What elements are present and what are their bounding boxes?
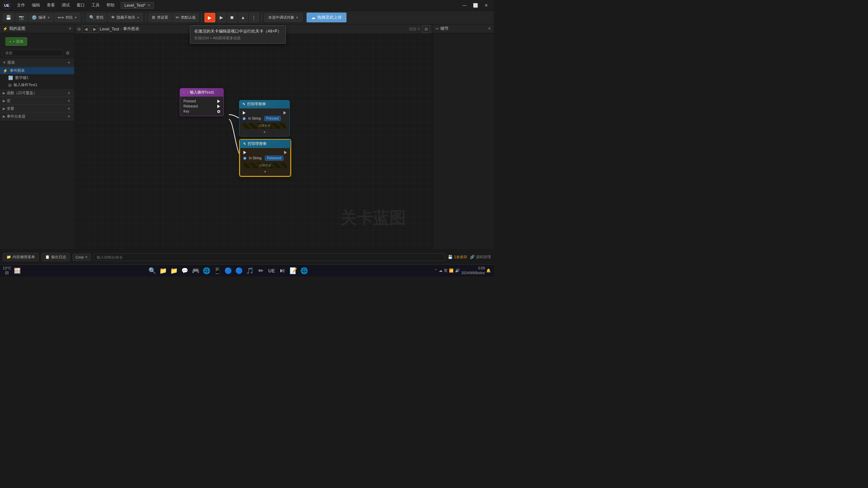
key-pin-dot[interactable] [217, 110, 220, 113]
menu-file[interactable]: 文件 [14, 1, 28, 9]
breadcrumb-graph[interactable]: 事件图表 [123, 26, 139, 32]
print2-string-in-pin[interactable] [243, 157, 246, 160]
event-graph-item[interactable]: ⚡ 事件图表 [0, 67, 74, 74]
taskbar-edge[interactable]: 🌐 [299, 266, 309, 276]
taskbar-edit[interactable]: ✏ [256, 266, 265, 276]
compare-button[interactable]: ⟺ 对比 ▼ [55, 13, 80, 22]
taskbar-word[interactable]: 📝 [289, 266, 298, 276]
taskbar-blue2[interactable]: 🔵 [234, 266, 244, 276]
play-button[interactable]: ▶ [204, 13, 215, 22]
input-action-item[interactable]: ◎ 输入操作Test1 [0, 81, 74, 88]
print1-string-badge[interactable]: Pressed [264, 116, 281, 121]
print1-expand-btn[interactable]: ▼ [243, 129, 286, 134]
menu-window[interactable]: 窗口 [73, 1, 88, 9]
class-default-button[interactable]: ✏ 类默认值 [173, 13, 199, 22]
print2-string-badge[interactable]: Released [265, 156, 283, 161]
taskbar-chevron-up[interactable]: ⌃ [434, 268, 437, 273]
search-input[interactable] [3, 49, 63, 56]
tab-close-button[interactable]: ✕ [147, 3, 150, 7]
dispatchers-add-button[interactable]: + [66, 114, 72, 119]
menu-help[interactable]: 帮助 [103, 1, 118, 9]
class-settings-button[interactable]: ⚙ 类设置 [149, 13, 171, 22]
save-button[interactable]: 💾 [3, 13, 14, 22]
find-toolbar-button[interactable]: 🔍 查找 [86, 13, 106, 22]
grid-button[interactable]: ⊞ [422, 25, 430, 33]
event-dispatchers-section-header[interactable]: ▶ 事件分发器 + [0, 113, 74, 120]
taskbar-browser[interactable]: 🌐 [202, 266, 211, 276]
taskbar-time[interactable]: 0:09 2024/9/8/Boline [461, 266, 485, 276]
level-tab[interactable]: Level_Test* ✕ [121, 2, 154, 9]
output-log-tab[interactable]: 📋 输出日志 [41, 253, 70, 261]
nav-back-button[interactable]: ◀ [82, 25, 90, 33]
cmd-input[interactable] [94, 253, 445, 261]
print1-exec-in-pin[interactable] [243, 111, 245, 115]
print1-body: In String Pressed 仅限开发 ▼ [239, 108, 290, 137]
taskbar-wechat[interactable]: 💬 [180, 266, 190, 276]
taskbar-folder[interactable]: 📁 [169, 266, 179, 276]
input-action-node[interactable]: ↑ ↑ 输入操作Test1 Pressed Released Key [180, 88, 224, 116]
taskbar-notification[interactable]: 🔔 [486, 268, 491, 273]
taskbar-search[interactable]: 🔍 [147, 266, 157, 276]
input-action-title: ↑ 输入操作Test1 [187, 90, 214, 95]
taskbar-phone[interactable]: 📱 [213, 266, 222, 276]
taskbar-ue[interactable]: UE [267, 266, 276, 276]
menu-edit[interactable]: 编辑 [28, 1, 43, 9]
my-blueprints-close[interactable]: ✕ [68, 26, 72, 31]
print1-exec-out-pin[interactable] [283, 111, 286, 115]
taskbar-language[interactable]: 英 [444, 268, 448, 273]
graphs-add-button[interactable]: + [66, 60, 72, 65]
stop-button[interactable]: ▲ [238, 13, 248, 22]
close-button[interactable]: ✕ [481, 1, 491, 9]
digit-key-item[interactable]: 🔢 数字键1 [0, 74, 74, 81]
functions-section-header[interactable]: ▶ 函数（21可覆盖） + [0, 89, 74, 97]
menu-view[interactable]: 查看 [43, 1, 58, 9]
print-string-node-1[interactable]: ✎ 打印字符串 In String Pressed 仅限开发 ▼ [239, 100, 290, 137]
taskbar-blue1[interactable]: 🔵 [223, 266, 233, 276]
macros-section-header[interactable]: ▶ 宏 + [0, 97, 74, 105]
taskbar-file-explorer[interactable]: 📁 [158, 266, 168, 276]
print-string-node-2[interactable]: ✎ 打印字符串 In String Released 仅限开发 [239, 139, 291, 177]
separator2 [145, 14, 146, 22]
print2-exec-out-pin[interactable] [284, 151, 287, 154]
print2-exec-in-pin[interactable] [243, 151, 246, 154]
add-button[interactable]: + + 添加 [5, 37, 27, 46]
debug-target-dropdown[interactable]: 未选中调试对象 ▼ [264, 13, 302, 22]
pressed-pin-dot[interactable] [217, 100, 220, 103]
functions-add-button[interactable]: + [66, 90, 72, 96]
save-indicator[interactable]: 💾 1未保存 [448, 255, 467, 260]
variables-add-button[interactable]: + [66, 106, 72, 111]
print2-expand-btn[interactable]: ▼ [243, 168, 287, 174]
minimize-button[interactable]: — [460, 1, 469, 9]
hide-irrelevant-button[interactable]: 👁 隐藏不相关 ▼ [108, 13, 143, 22]
search-settings-button[interactable]: ⚙ [64, 49, 72, 57]
print1-string-in-pin[interactable] [243, 117, 245, 120]
taskbar-music[interactable]: 🎵 [245, 266, 255, 276]
find-button[interactable]: 📷 [16, 13, 27, 22]
more-button[interactable]: ⋮ [249, 13, 259, 22]
details-close[interactable]: ✕ [488, 26, 491, 31]
maximize-button[interactable]: ⬜ [471, 1, 480, 9]
graphs-section-header[interactable]: ▼ 图表 + [0, 59, 74, 66]
menu-tools[interactable]: 工具 [88, 1, 103, 9]
upload-button[interactable]: ☁ 拖拽至此上传 [307, 13, 347, 22]
event-graph-label: 事件图表 [10, 68, 25, 73]
taskbar-media[interactable]: ⏯ [278, 266, 287, 276]
step-over-button[interactable]: ▶ [217, 13, 226, 22]
released-pin-dot[interactable] [217, 105, 220, 108]
source-indicator[interactable]: 🔗 源码管理 [470, 255, 491, 260]
pause-button[interactable]: ⏹ [228, 13, 237, 22]
content-browser-tab[interactable]: 📁 内容侧滑菜单 [3, 253, 39, 261]
macros-add-button[interactable]: + [66, 98, 72, 103]
cmd-select[interactable]: Cmd ▼ [73, 253, 91, 261]
taskbar-volume[interactable]: 🔊 [455, 268, 460, 273]
compile-button[interactable]: ⚙️ 编译 ▼ [28, 13, 53, 22]
taskbar-cloud[interactable]: ☁ [439, 268, 442, 273]
menu-debug[interactable]: 调试 [58, 1, 73, 9]
variables-section-header[interactable]: ▶ 变量 + [0, 105, 74, 113]
blueprint-canvas[interactable]: ↑ ↑ 输入操作Test1 Pressed Released Key [75, 34, 433, 249]
start-button[interactable]: 🪟 [13, 266, 22, 276]
key-pin-row: Key [183, 109, 220, 114]
nav-forward-button[interactable]: ▶ [91, 25, 98, 33]
breadcrumb-level[interactable]: Level_Test [100, 27, 119, 32]
taskbar-game[interactable]: 🎮 [191, 266, 200, 276]
